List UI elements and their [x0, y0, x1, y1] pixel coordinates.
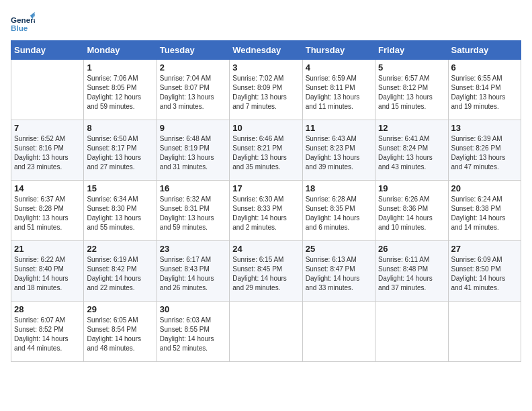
- calendar-cell: 10Sunrise: 6:46 AM Sunset: 8:21 PM Dayli…: [230, 120, 302, 181]
- day-number: 26: [378, 244, 445, 254]
- calendar-week-row: 7Sunrise: 6:52 AM Sunset: 8:16 PM Daylig…: [11, 120, 521, 181]
- calendar-cell: [302, 302, 375, 362]
- day-number: 11: [306, 123, 372, 133]
- calendar-cell: 27Sunrise: 6:09 AM Sunset: 8:50 PM Dayli…: [448, 241, 521, 302]
- day-info: Sunrise: 6:41 AM Sunset: 8:24 PM Dayligh…: [378, 134, 445, 172]
- day-info: Sunrise: 6:11 AM Sunset: 8:48 PM Dayligh…: [378, 255, 445, 293]
- calendar-cell: [448, 302, 521, 362]
- day-info: Sunrise: 6:15 AM Sunset: 8:45 PM Dayligh…: [232, 255, 299, 293]
- calendar-cell: 9Sunrise: 6:48 AM Sunset: 8:19 PM Daylig…: [157, 120, 229, 181]
- day-info: Sunrise: 6:52 AM Sunset: 8:16 PM Dayligh…: [14, 134, 81, 172]
- calendar-cell: 3Sunrise: 7:02 AM Sunset: 8:09 PM Daylig…: [230, 60, 302, 120]
- day-info: Sunrise: 6:19 AM Sunset: 8:42 PM Dayligh…: [87, 255, 153, 293]
- day-number: 15: [87, 183, 153, 193]
- day-number: 10: [232, 123, 299, 133]
- calendar-cell: 18Sunrise: 6:28 AM Sunset: 8:35 PM Dayli…: [302, 181, 375, 241]
- calendar-cell: 28Sunrise: 6:07 AM Sunset: 8:52 PM Dayli…: [11, 302, 84, 362]
- day-info: Sunrise: 6:09 AM Sunset: 8:50 PM Dayligh…: [451, 255, 518, 293]
- day-number: 29: [87, 304, 153, 314]
- weekday-header: Wednesday: [230, 41, 302, 60]
- day-number: 30: [160, 304, 226, 314]
- day-number: 1: [87, 62, 153, 73]
- day-info: Sunrise: 6:46 AM Sunset: 8:21 PM Dayligh…: [232, 134, 299, 172]
- day-number: 9: [160, 123, 226, 133]
- day-number: 19: [378, 183, 445, 193]
- day-info: Sunrise: 6:57 AM Sunset: 8:12 PM Dayligh…: [378, 74, 445, 111]
- day-info: Sunrise: 6:26 AM Sunset: 8:36 PM Dayligh…: [378, 195, 445, 232]
- day-info: Sunrise: 6:50 AM Sunset: 8:17 PM Dayligh…: [87, 134, 153, 172]
- day-number: 12: [378, 123, 445, 133]
- calendar-cell: 24Sunrise: 6:15 AM Sunset: 8:45 PM Dayli…: [230, 241, 302, 302]
- day-info: Sunrise: 7:06 AM Sunset: 8:05 PM Dayligh…: [87, 74, 153, 111]
- calendar-cell: 5Sunrise: 6:57 AM Sunset: 8:12 PM Daylig…: [375, 60, 448, 120]
- calendar-cell: [375, 302, 448, 362]
- day-info: Sunrise: 6:55 AM Sunset: 8:14 PM Dayligh…: [451, 74, 518, 111]
- day-info: Sunrise: 6:30 AM Sunset: 8:33 PM Dayligh…: [232, 195, 299, 232]
- day-number: 20: [451, 183, 518, 193]
- weekday-header: Friday: [375, 41, 448, 60]
- day-number: 25: [306, 244, 372, 254]
- calendar-cell: 19Sunrise: 6:26 AM Sunset: 8:36 PM Dayli…: [375, 181, 448, 241]
- day-info: Sunrise: 6:07 AM Sunset: 8:52 PM Dayligh…: [14, 316, 81, 353]
- logo-icon: General Blue: [11, 11, 35, 35]
- calendar-cell: 26Sunrise: 6:11 AM Sunset: 8:48 PM Dayli…: [375, 241, 448, 302]
- day-number: 16: [160, 183, 226, 193]
- calendar-cell: 7Sunrise: 6:52 AM Sunset: 8:16 PM Daylig…: [11, 120, 84, 181]
- calendar-cell: 17Sunrise: 6:30 AM Sunset: 8:33 PM Dayli…: [230, 181, 302, 241]
- logo: General Blue: [11, 11, 35, 35]
- day-number: 28: [14, 304, 81, 314]
- calendar-table: SundayMondayTuesdayWednesdayThursdayFrid…: [11, 40, 521, 362]
- day-info: Sunrise: 6:17 AM Sunset: 8:43 PM Dayligh…: [160, 255, 226, 293]
- day-number: 17: [232, 183, 299, 193]
- day-number: 2: [160, 62, 226, 73]
- day-number: 13: [451, 123, 518, 133]
- day-info: Sunrise: 6:43 AM Sunset: 8:23 PM Dayligh…: [306, 134, 372, 172]
- weekday-header: Thursday: [302, 41, 375, 60]
- calendar-cell: 12Sunrise: 6:41 AM Sunset: 8:24 PM Dayli…: [375, 120, 448, 181]
- calendar-cell: 22Sunrise: 6:19 AM Sunset: 8:42 PM Dayli…: [84, 241, 157, 302]
- calendar-week-row: 14Sunrise: 6:37 AM Sunset: 8:28 PM Dayli…: [11, 181, 521, 241]
- calendar-cell: 11Sunrise: 6:43 AM Sunset: 8:23 PM Dayli…: [302, 120, 375, 181]
- calendar-cell: 21Sunrise: 6:22 AM Sunset: 8:40 PM Dayli…: [11, 241, 84, 302]
- day-info: Sunrise: 6:05 AM Sunset: 8:54 PM Dayligh…: [87, 316, 153, 353]
- day-number: 8: [87, 123, 153, 133]
- day-info: Sunrise: 6:32 AM Sunset: 8:31 PM Dayligh…: [160, 195, 226, 232]
- weekday-header-row: SundayMondayTuesdayWednesdayThursdayFrid…: [11, 41, 521, 60]
- calendar-cell: 20Sunrise: 6:24 AM Sunset: 8:38 PM Dayli…: [448, 181, 521, 241]
- calendar-cell: 6Sunrise: 6:55 AM Sunset: 8:14 PM Daylig…: [448, 60, 521, 120]
- day-number: 23: [160, 244, 226, 254]
- calendar-cell: 15Sunrise: 6:34 AM Sunset: 8:30 PM Dayli…: [84, 181, 157, 241]
- day-number: 22: [87, 244, 153, 254]
- day-info: Sunrise: 6:59 AM Sunset: 8:11 PM Dayligh…: [306, 74, 372, 111]
- calendar-week-row: 1Sunrise: 7:06 AM Sunset: 8:05 PM Daylig…: [11, 60, 521, 120]
- weekday-header: Tuesday: [157, 41, 229, 60]
- weekday-header: Monday: [84, 41, 157, 60]
- day-info: Sunrise: 6:37 AM Sunset: 8:28 PM Dayligh…: [14, 195, 81, 232]
- day-number: 24: [232, 244, 299, 254]
- day-number: 5: [378, 62, 445, 73]
- day-number: 14: [14, 183, 81, 193]
- day-info: Sunrise: 7:02 AM Sunset: 8:09 PM Dayligh…: [232, 74, 299, 111]
- calendar-cell: 1Sunrise: 7:06 AM Sunset: 8:05 PM Daylig…: [84, 60, 157, 120]
- day-number: 3: [232, 62, 299, 73]
- calendar-cell: [230, 302, 302, 362]
- day-info: Sunrise: 6:13 AM Sunset: 8:47 PM Dayligh…: [306, 255, 372, 293]
- day-info: Sunrise: 6:03 AM Sunset: 8:55 PM Dayligh…: [160, 316, 226, 353]
- weekday-header: Sunday: [11, 41, 84, 60]
- day-info: Sunrise: 6:48 AM Sunset: 8:19 PM Dayligh…: [160, 134, 226, 172]
- calendar-cell: 14Sunrise: 6:37 AM Sunset: 8:28 PM Dayli…: [11, 181, 84, 241]
- day-number: 18: [306, 183, 372, 193]
- day-number: 7: [14, 123, 81, 133]
- calendar-cell: 2Sunrise: 7:04 AM Sunset: 8:07 PM Daylig…: [157, 60, 229, 120]
- day-number: 27: [451, 244, 518, 254]
- day-info: Sunrise: 6:39 AM Sunset: 8:26 PM Dayligh…: [451, 134, 518, 172]
- day-info: Sunrise: 6:34 AM Sunset: 8:30 PM Dayligh…: [87, 195, 153, 232]
- svg-text:Blue: Blue: [11, 24, 28, 32]
- calendar-cell: 23Sunrise: 6:17 AM Sunset: 8:43 PM Dayli…: [157, 241, 229, 302]
- calendar-cell: 16Sunrise: 6:32 AM Sunset: 8:31 PM Dayli…: [157, 181, 229, 241]
- calendar-week-row: 21Sunrise: 6:22 AM Sunset: 8:40 PM Dayli…: [11, 241, 521, 302]
- calendar-cell: 25Sunrise: 6:13 AM Sunset: 8:47 PM Dayli…: [302, 241, 375, 302]
- day-number: 21: [14, 244, 81, 254]
- calendar-cell: 13Sunrise: 6:39 AM Sunset: 8:26 PM Dayli…: [448, 120, 521, 181]
- day-info: Sunrise: 6:24 AM Sunset: 8:38 PM Dayligh…: [451, 195, 518, 232]
